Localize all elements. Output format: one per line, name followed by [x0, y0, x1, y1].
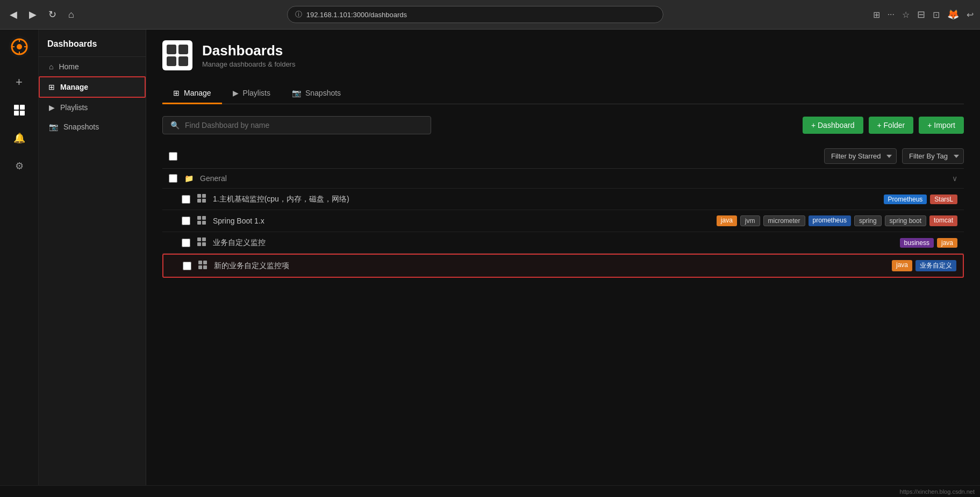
tag-custom-biz[interactable]: 业务自定义	[915, 260, 956, 271]
tag-spring-boot[interactable]: spring boot	[885, 215, 926, 226]
dashboard-row-4[interactable]: 新的业务自定义监控项 java 业务自定义	[162, 254, 964, 278]
security-icon: ⓘ	[295, 10, 302, 19]
tag-filter[interactable]: Filter By Tag	[902, 148, 964, 164]
app-layout: + 🔔 ⚙ Dashboards ⌂ Home ⊞ Manage ▶ Playl…	[0, 30, 980, 485]
tag-java-3[interactable]: java	[892, 260, 912, 271]
svg-rect-21	[197, 242, 201, 246]
page-header-text: Dashboards Manage dashboards & folders	[202, 42, 295, 68]
playlists-nav-icon: ▶	[49, 103, 55, 112]
filter-area: Filter by Starred Filter By Tag	[824, 148, 964, 164]
search-input[interactable]	[185, 121, 423, 129]
tag-spring[interactable]: spring	[854, 215, 882, 226]
page-header: Dashboards Manage dashboards & folders	[162, 40, 964, 70]
tab-manage-label: Manage	[184, 89, 211, 97]
forward-button[interactable]: ▶	[26, 6, 40, 23]
svg-rect-18	[202, 221, 206, 225]
grafana-logo[interactable]	[9, 36, 30, 57]
tab-snapshots[interactable]: 📷 Snapshots	[281, 83, 352, 104]
select-all-checkbox[interactable]	[169, 152, 177, 161]
footer-url: https://xinchen.blog.csdn.net	[900, 488, 975, 495]
dashboard-row-2[interactable]: Spring Boot 1.x java jvm micrometer prom…	[162, 210, 964, 232]
svg-rect-17	[197, 221, 201, 225]
page-header-icon	[162, 40, 192, 70]
svg-rect-15	[197, 216, 201, 220]
tag-java-1[interactable]: java	[717, 215, 737, 226]
tag-tomcat[interactable]: tomcat	[929, 215, 957, 226]
dashboard-3-checkbox[interactable]	[182, 239, 190, 247]
dashboard-4-tags: java 业务自定义	[892, 260, 956, 271]
tag-business[interactable]: business	[900, 238, 934, 248]
manage-nav-item[interactable]: ⊞ Manage	[39, 76, 146, 98]
folder-expand-icon[interactable]: ∨	[952, 174, 957, 183]
add-folder-label: + Folder	[877, 121, 905, 129]
undo-icon[interactable]: ↩	[967, 10, 974, 20]
dashboards-sidebar-button[interactable]	[8, 98, 31, 122]
snapshots-nav-label: Snapshots	[63, 123, 99, 131]
back-button[interactable]: ◀	[6, 6, 20, 23]
svg-rect-26	[203, 265, 207, 269]
dashboard-1-checkbox[interactable]	[182, 195, 190, 204]
tag-starsl[interactable]: StarsL	[930, 195, 957, 204]
footer-bar: https://xinchen.blog.csdn.net	[0, 485, 980, 497]
dashboard-4-checkbox[interactable]	[183, 262, 191, 270]
main-content: Dashboards Manage dashboards & folders ⊞…	[146, 30, 980, 485]
refresh-button[interactable]: ↻	[45, 6, 60, 23]
dashboard-row-3[interactable]: 业务自定义监控 business java	[162, 232, 964, 254]
add-folder-button[interactable]: + Folder	[869, 117, 914, 134]
playlists-nav-item[interactable]: ▶ Playlists	[39, 98, 146, 117]
new-sidebar-button[interactable]: +	[8, 70, 31, 94]
folder-general-title: General	[200, 174, 946, 183]
folder-general-checkbox[interactable]	[169, 174, 177, 183]
tag-prometheus-2[interactable]: prometheus	[809, 215, 851, 226]
dashboard-1-icon	[197, 194, 206, 204]
search-box[interactable]: 🔍	[162, 116, 431, 134]
tabs: ⊞ Manage ▶ Playlists 📷 Snapshots	[162, 83, 964, 104]
folder-row-general[interactable]: 📁 General ∨	[162, 169, 964, 189]
qr-icon[interactable]: ⊞	[873, 10, 880, 20]
tag-micrometer[interactable]: micrometer	[763, 215, 805, 226]
home-nav-item[interactable]: ⌂ Home	[39, 57, 146, 76]
tag-jvm[interactable]: jvm	[740, 215, 760, 226]
tab-playlists-icon: ▶	[233, 89, 239, 97]
svg-rect-8	[20, 105, 25, 110]
header-checkbox-area	[162, 149, 184, 164]
home-nav-icon: ⌂	[49, 62, 53, 71]
browser-right-controls: ⊞ ··· ☆ ⊟ ⊡ 🦊 ↩	[873, 9, 974, 20]
tab-snapshots-icon: 📷	[292, 89, 301, 97]
alerting-sidebar-button[interactable]: 🔔	[8, 126, 31, 150]
tag-prometheus[interactable]: Prometheus	[884, 195, 927, 204]
tab-playlists-label: Playlists	[243, 89, 270, 97]
manage-nav-icon: ⊞	[48, 83, 55, 91]
svg-rect-11	[197, 194, 201, 198]
starred-filter[interactable]: Filter by Starred	[824, 148, 897, 164]
snapshots-nav-item[interactable]: 📷 Snapshots	[39, 117, 146, 136]
dashboard-2-checkbox[interactable]	[182, 217, 190, 225]
dashboard-2-title: Spring Boot 1.x	[213, 217, 710, 225]
menu-icon[interactable]: ···	[888, 10, 895, 19]
svg-rect-16	[202, 216, 206, 220]
search-icon: 🔍	[170, 121, 180, 129]
bookmark-star-icon[interactable]: ☆	[902, 10, 910, 20]
settings-sidebar-button[interactable]: ⚙	[8, 154, 31, 178]
home-button[interactable]: ⌂	[65, 7, 77, 23]
svg-rect-14	[202, 199, 206, 203]
import-button[interactable]: + Import	[919, 117, 964, 134]
bookmarks-icon[interactable]: ⊟	[917, 9, 925, 20]
add-dashboard-button[interactable]: + Dashboard	[803, 117, 863, 134]
tab-snapshots-label: Snapshots	[305, 89, 341, 97]
dashboard-row-1[interactable]: 1.主机基础监控(cpu，内存，磁盘，网络) Prometheus StarsL	[162, 189, 964, 210]
page-subtitle: Manage dashboards & folders	[202, 60, 295, 68]
sidebar: + 🔔 ⚙	[0, 30, 39, 485]
svg-rect-9	[14, 111, 19, 116]
tag-java-2[interactable]: java	[937, 238, 957, 248]
tab-playlists[interactable]: ▶ Playlists	[222, 83, 281, 104]
tab-manage[interactable]: ⊞ Manage	[162, 83, 222, 104]
svg-rect-20	[202, 237, 206, 241]
import-label: + Import	[927, 121, 955, 129]
actions-right: + Dashboard + Folder + Import	[803, 117, 964, 134]
dashboard-3-tags: business java	[900, 238, 957, 248]
table-controls: Filter by Starred Filter By Tag	[162, 144, 964, 169]
reader-icon[interactable]: ⊡	[933, 10, 940, 20]
playlists-nav-label: Playlists	[60, 103, 88, 112]
address-bar[interactable]: ⓘ 192.168.1.101:3000/dashboards	[287, 6, 663, 23]
